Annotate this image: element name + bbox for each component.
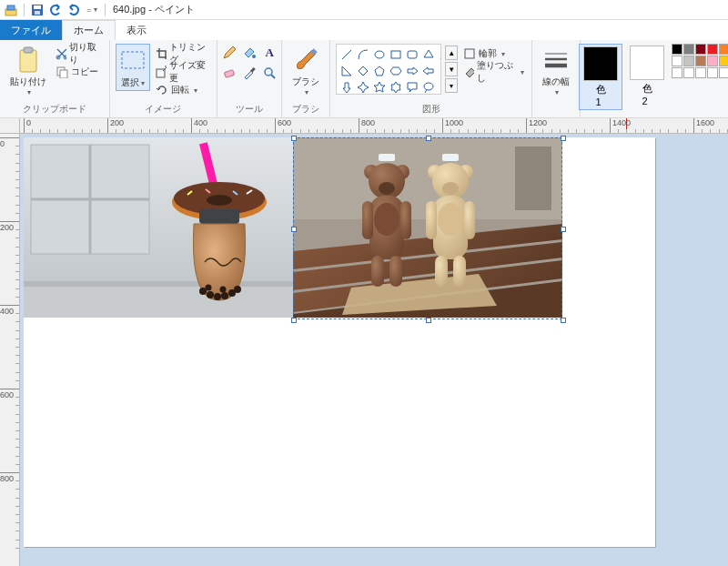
palette-color[interactable] (707, 56, 718, 66)
palette-color[interactable] (683, 56, 694, 66)
palette-color[interactable] (719, 44, 728, 55)
shape-gallery-more[interactable]: ▾ (445, 78, 458, 93)
palette-color[interactable] (683, 44, 694, 55)
selection-handle[interactable] (561, 136, 566, 141)
shape-roundrect-icon[interactable] (405, 47, 420, 62)
select-button[interactable]: 選択 (116, 44, 150, 91)
selection-handle[interactable] (291, 318, 297, 323)
photo-left (24, 137, 293, 318)
text-tool[interactable]: A (260, 44, 278, 62)
svg-rect-6 (24, 47, 33, 53)
undo-icon[interactable] (48, 3, 63, 17)
magnifier-tool[interactable] (260, 64, 278, 82)
brush-button[interactable]: ブラシ (288, 44, 324, 99)
svg-point-51 (214, 293, 221, 300)
rotate-button[interactable]: 回転 (154, 82, 211, 98)
shape-arrowR-icon[interactable] (405, 64, 420, 78)
shape-diamond-icon[interactable] (356, 64, 370, 78)
svg-marker-25 (390, 67, 401, 75)
shape-oval-icon[interactable] (372, 47, 387, 62)
shape-callout-rect-icon[interactable] (405, 80, 420, 95)
eyedropper-tool[interactable] (240, 64, 258, 82)
pencil-tool[interactable] (220, 44, 238, 62)
shape-triangle-icon[interactable] (438, 47, 441, 62)
save-icon[interactable] (30, 3, 45, 17)
selection-handle[interactable] (561, 227, 566, 232)
palette-color[interactable] (672, 44, 682, 55)
resize-icon (156, 66, 167, 78)
shape-gallery-up[interactable]: ▲ (445, 45, 458, 60)
selection-marquee[interactable] (293, 137, 562, 319)
selection-handle[interactable] (291, 227, 297, 232)
svg-rect-30 (465, 49, 474, 58)
shape-star4-icon[interactable] (356, 80, 370, 95)
palette-color[interactable] (695, 44, 706, 55)
shape-polygon-icon[interactable] (421, 47, 436, 62)
scissors-icon (56, 47, 66, 60)
shape-star5-icon[interactable] (372, 80, 387, 95)
outline-icon (463, 47, 476, 60)
svg-point-16 (265, 68, 272, 76)
qat-dropdown[interactable]: = (85, 3, 99, 17)
canvas-viewport[interactable] (20, 134, 728, 566)
shape-rtriangle-icon[interactable] (339, 64, 354, 78)
shape-gallery[interactable] (336, 44, 441, 95)
palette-color[interactable] (672, 56, 682, 66)
svg-rect-11 (122, 52, 144, 68)
palette-color[interactable] (683, 67, 694, 78)
shape-rect-icon[interactable] (389, 47, 403, 62)
vertical-ruler: 0200400600800 (0, 134, 20, 566)
canvas[interactable] (24, 137, 655, 547)
palette-color[interactable] (707, 44, 718, 55)
selection-handle[interactable] (426, 136, 431, 141)
palette-color[interactable] (695, 56, 706, 66)
shape-curve-icon[interactable] (356, 47, 370, 62)
svg-rect-3 (34, 5, 41, 9)
shape-fill-button[interactable]: 塗りつぶし (461, 64, 526, 80)
group-colors: 色 1 色 2 (581, 40, 728, 117)
palette-color[interactable] (719, 67, 728, 78)
resize-button[interactable]: サイズ変更 (154, 64, 211, 80)
tab-file[interactable]: ファイル (0, 20, 62, 40)
color2-button[interactable]: 色 2 (626, 44, 668, 108)
tab-view[interactable]: 表示 (116, 20, 157, 40)
redo-icon[interactable] (66, 3, 81, 17)
shape-pentagon-icon[interactable] (372, 64, 387, 78)
svg-point-54 (234, 286, 241, 293)
color-palette[interactable] (672, 44, 728, 78)
paste-button[interactable]: 貼り付け (5, 44, 50, 99)
selection-handle[interactable] (426, 318, 431, 323)
shape-arrowU-icon[interactable] (438, 64, 441, 78)
svg-marker-21 (440, 50, 441, 59)
svg-point-29 (424, 83, 433, 90)
shape-gallery-down[interactable]: ▼ (445, 62, 458, 76)
lineweight-button[interactable]: 線の幅 (538, 44, 574, 99)
svg-rect-4 (35, 11, 40, 15)
color2-swatch (630, 45, 664, 80)
selection-handle[interactable] (561, 318, 566, 323)
crop-icon (156, 47, 167, 60)
svg-rect-5 (20, 50, 36, 72)
shape-hexagon-icon[interactable] (389, 64, 403, 78)
copy-button[interactable]: コピー (54, 64, 103, 80)
color1-button[interactable]: 色 1 (579, 44, 622, 110)
svg-rect-1 (7, 5, 15, 10)
shape-callout-oval-icon[interactable] (421, 80, 436, 95)
palette-color[interactable] (672, 67, 682, 78)
shape-arrowD-icon[interactable] (339, 80, 354, 95)
svg-marker-27 (374, 82, 385, 92)
shape-arrowL-icon[interactable] (421, 64, 436, 78)
palette-color[interactable] (695, 67, 706, 78)
shape-line-icon[interactable] (339, 47, 354, 62)
workspace: 02004006008001000120014001600 0200400600… (0, 118, 728, 566)
palette-color[interactable] (719, 56, 728, 66)
palette-color[interactable] (707, 67, 718, 78)
cut-button[interactable]: 切り取り (54, 45, 103, 62)
selection-handle[interactable] (291, 136, 297, 141)
fill-tool[interactable] (240, 44, 258, 62)
svg-rect-14 (224, 69, 234, 77)
shape-callout-cloud-icon[interactable] (438, 80, 441, 95)
tab-home[interactable]: ホーム (62, 20, 116, 40)
eraser-tool[interactable] (220, 64, 238, 82)
shape-star6-icon[interactable] (389, 80, 403, 95)
